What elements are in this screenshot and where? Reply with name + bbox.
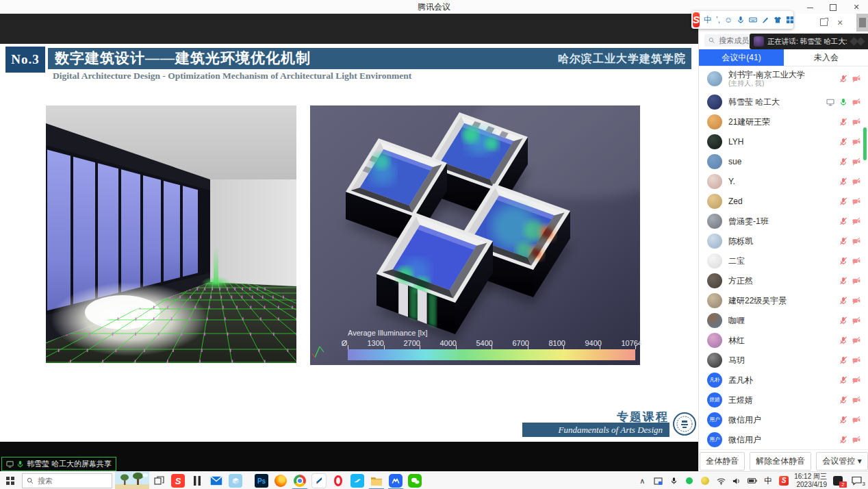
camera-off-icon[interactable] <box>852 297 860 305</box>
ime-mode-icon[interactable]: 中 <box>704 11 712 29</box>
member-row[interactable]: LYH <box>699 131 868 151</box>
camera-off-icon[interactable] <box>852 138 860 146</box>
app-pause-icon[interactable] <box>188 472 207 489</box>
app-sketchup[interactable] <box>309 472 329 489</box>
member-row[interactable]: Y. <box>699 171 868 191</box>
sogou-logo-icon[interactable]: S <box>693 12 700 27</box>
mic-muted-icon[interactable] <box>839 138 847 146</box>
tray-snip-icon[interactable] <box>652 475 663 486</box>
member-row[interactable]: 林红 <box>699 330 868 350</box>
tab-in-meeting[interactable]: 会议中(41) <box>699 49 784 66</box>
mic-muted-icon[interactable] <box>839 158 847 166</box>
mic-muted-icon[interactable] <box>839 277 847 285</box>
mic-muted-icon[interactable] <box>839 356 847 364</box>
tray-wifi-icon[interactable] <box>715 475 726 486</box>
app-photoshop[interactable]: Ps <box>252 472 271 489</box>
tray-wechat-icon[interactable] <box>684 475 695 486</box>
app-firefox[interactable] <box>271 472 290 489</box>
taskbar-search-field[interactable] <box>22 473 112 488</box>
mic-muted-icon[interactable] <box>839 75 847 83</box>
camera-off-icon[interactable] <box>852 118 860 126</box>
camera-off-icon[interactable] <box>852 75 860 83</box>
screen-share-icon[interactable] <box>826 98 834 106</box>
task-view-button[interactable] <box>149 472 168 489</box>
mic-muted-icon[interactable] <box>839 336 847 344</box>
panel-close-icon[interactable]: ✕ <box>836 18 844 27</box>
camera-off-icon[interactable] <box>852 217 860 225</box>
app-sogou[interactable]: S <box>168 472 188 489</box>
maximize-button[interactable] <box>821 0 845 14</box>
camera-off-icon[interactable] <box>852 316 860 325</box>
camera-off-icon[interactable] <box>852 177 860 186</box>
app-opera[interactable] <box>329 472 348 489</box>
taskbar-search-input[interactable] <box>36 476 94 486</box>
app-file-explorer[interactable] <box>367 472 386 489</box>
mic-muted-icon[interactable] <box>839 297 847 305</box>
member-row[interactable]: 煜婧王煜婧 <box>699 390 868 410</box>
camera-off-icon[interactable] <box>852 376 860 384</box>
tray-battery-saver-icon[interactable] <box>700 475 711 486</box>
member-row[interactable]: 韩雪莹 哈工大 <box>699 92 868 112</box>
tab-not-joined[interactable]: 未入会 <box>784 49 868 66</box>
ime-emoji-icon[interactable]: ☺ <box>724 11 732 29</box>
unmute-all-button[interactable]: 解除全体静音 <box>750 452 811 471</box>
app-tim[interactable] <box>348 472 367 489</box>
member-row[interactable]: 二宝 <box>699 251 868 271</box>
ime-toolbar[interactable]: S 中 ’, ☺ <box>691 11 793 29</box>
app-chrome[interactable] <box>290 472 309 489</box>
camera-off-icon[interactable] <box>852 336 860 344</box>
app-3d-viewer[interactable] <box>226 472 245 489</box>
camera-off-icon[interactable] <box>852 396 860 404</box>
mic-muted-icon[interactable] <box>839 376 847 384</box>
mic-muted-icon[interactable] <box>839 436 847 444</box>
tray-chevron-up-icon[interactable]: ∧ <box>637 475 648 486</box>
tray-volume-icon[interactable] <box>731 475 742 486</box>
action-center-icon[interactable]: 3 <box>849 475 864 486</box>
tray-ime-mode[interactable]: 中 <box>763 475 774 486</box>
member-row[interactable]: 曾涵雯-1班 <box>699 211 868 231</box>
mic-muted-icon[interactable] <box>839 316 847 325</box>
member-row[interactable]: 凡朴孟凡朴 <box>699 370 868 390</box>
tray-battery-icon[interactable] <box>747 475 758 486</box>
member-row[interactable]: 建研22级吴宇景 <box>699 290 868 310</box>
start-button[interactable] <box>0 472 21 489</box>
camera-off-icon[interactable] <box>852 197 860 205</box>
tray-mic-icon[interactable] <box>668 475 679 486</box>
mic-muted-icon[interactable] <box>839 257 847 265</box>
mic-muted-icon[interactable] <box>839 177 847 186</box>
app-mail[interactable] <box>207 472 226 489</box>
member-row[interactable]: 马玥 <box>699 350 868 370</box>
member-row[interactable]: 陈栎凯 <box>699 231 868 251</box>
camera-off-icon[interactable] <box>852 237 860 245</box>
member-row[interactable]: 刘书宇-南京工业大学(主持人, 我) <box>699 66 868 92</box>
mic-on-icon[interactable] <box>839 98 847 106</box>
tray-sogou-icon[interactable]: S <box>778 475 789 486</box>
ime-punctuation-icon[interactable]: ’, <box>716 11 720 29</box>
member-row[interactable]: Zed <box>699 191 868 211</box>
camera-off-icon[interactable] <box>852 356 860 364</box>
ime-toolbox-icon[interactable] <box>786 16 794 24</box>
news-weather-widget[interactable] <box>115 472 149 489</box>
mic-muted-icon[interactable] <box>839 396 847 404</box>
tray-recording-icon[interactable]: 2 <box>832 475 844 486</box>
member-row[interactable]: 咖喱 <box>699 310 868 330</box>
meeting-control-button[interactable]: 会议管控 ▾ <box>816 452 867 471</box>
minimize-button[interactable] <box>798 0 821 14</box>
mic-muted-icon[interactable] <box>839 197 847 205</box>
scrollbar-thumb[interactable] <box>863 127 867 160</box>
camera-off-icon[interactable] <box>852 436 860 444</box>
app-wechat[interactable] <box>405 472 424 489</box>
mic-muted-icon[interactable] <box>839 118 847 126</box>
ime-skin-icon[interactable] <box>774 16 782 24</box>
camera-off-icon[interactable] <box>852 257 860 265</box>
member-row[interactable]: sue <box>699 151 868 171</box>
tray-clock[interactable]: 16:12 周三 2023/4/19 <box>794 473 827 489</box>
camera-off-icon[interactable] <box>852 277 860 285</box>
member-row[interactable]: 21建研王荣 <box>699 112 868 131</box>
camera-off-icon[interactable] <box>852 416 860 424</box>
member-row[interactable]: 方正然 <box>699 271 868 290</box>
mute-all-button[interactable]: 全体静音 <box>700 452 745 471</box>
ime-handwriting-icon[interactable] <box>761 16 769 24</box>
member-list[interactable]: 刘书宇-南京工业大学(主持人, 我)韩雪莹 哈工大21建研王荣LYHsueY.Z… <box>699 66 868 449</box>
member-row[interactable]: 用户微信用户 <box>699 410 868 429</box>
